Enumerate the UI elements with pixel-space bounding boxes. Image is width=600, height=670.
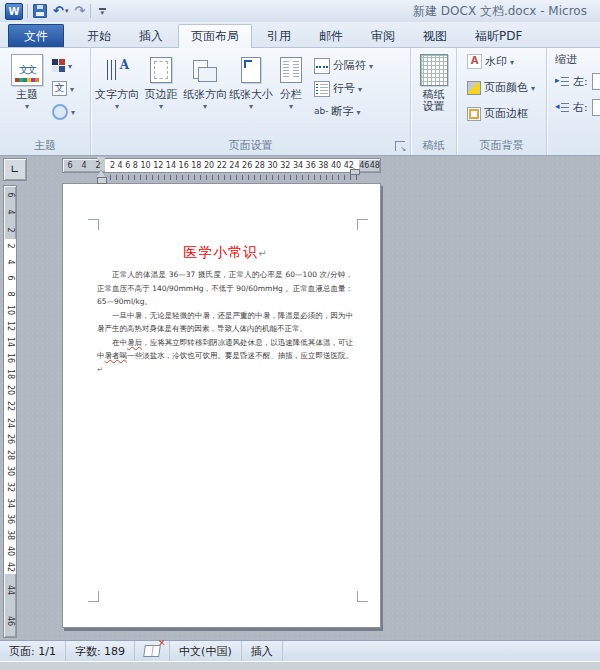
document-title[interactable]: 医学小常识↵: [96, 244, 354, 262]
ruler-number: 6: [67, 161, 72, 170]
ribbon-tab-4[interactable]: 引用: [254, 24, 304, 47]
ruler-number: 48: [370, 161, 380, 170]
status-word-count[interactable]: 字数: 189: [66, 641, 135, 661]
ruler-number: 4: [118, 161, 123, 170]
theme-effects-button[interactable]: [52, 102, 75, 121]
left-indent-marker[interactable]: [97, 177, 107, 184]
theme-colors-button[interactable]: [52, 56, 75, 75]
hruler-right-margin: 4648: [359, 159, 380, 172]
indent-label: 缩进: [555, 52, 600, 67]
indent-right-field[interactable]: [592, 99, 600, 116]
document-page[interactable]: 医学小常识↵ 正常人的体温是 36—37 摄氏度，正常人的心率是 60—100 …: [62, 183, 381, 628]
ruler-number: 4: [81, 161, 86, 170]
ruler-number: 6: [6, 276, 14, 281]
dropdown-arrow-icon: [71, 107, 75, 117]
page-color-button[interactable]: 页面颜色: [467, 78, 542, 97]
ribbon-tab-3[interactable]: 页面布局: [178, 24, 252, 48]
page-background-group: A 水印 页面颜色 页面边框 页面背景: [457, 48, 547, 155]
undo-button[interactable]: [52, 3, 69, 19]
undo-icon: [53, 4, 64, 18]
margins-icon: [150, 57, 172, 83]
dropdown-arrow-icon: [249, 101, 253, 111]
ruler-number: 30: [267, 161, 277, 170]
dropdown-arrow-icon: [68, 61, 72, 71]
ruler-number: 24: [229, 161, 239, 170]
indent-left-icon: [555, 76, 569, 87]
customize-quick-access-button[interactable]: [95, 3, 109, 19]
save-button[interactable]: [32, 3, 48, 19]
ruler-number: 36: [6, 514, 14, 524]
doc-paragraph-1[interactable]: 一旦中暑，无论是轻微的中暑，还是严重的中暑，降温是必须的，因为中暑产生的高热对身…: [97, 309, 353, 336]
tab-stop-selector[interactable]: ∟: [3, 158, 27, 181]
themes-icon: [11, 54, 43, 86]
themes-button[interactable]: 主题: [4, 52, 50, 121]
paper-size-button[interactable]: 纸张大小: [228, 52, 274, 121]
theme-effects-icon: [52, 104, 68, 120]
orientation-button[interactable]: 纸张方向: [182, 52, 228, 121]
status-proofing-button[interactable]: ✕: [135, 641, 170, 661]
redo-button[interactable]: [73, 3, 86, 19]
columns-button[interactable]: 分栏: [274, 52, 308, 121]
crop-mark-top-right-icon: [357, 219, 368, 230]
divider: [90, 4, 91, 18]
text-direction-button[interactable]: 文字方向: [94, 52, 140, 121]
line-numbers-button[interactable]: 行号: [314, 79, 373, 98]
page-borders-button[interactable]: 页面边框: [467, 104, 542, 123]
hyphenation-button[interactable]: ab- 断字: [314, 102, 373, 121]
ribbon: 主题 文 主: [0, 48, 600, 156]
right-indent-marker-base[interactable]: [350, 169, 360, 175]
horizontal-ruler[interactable]: 642 246810121416182022242628303234363840…: [62, 158, 381, 173]
breaks-icon: [314, 58, 330, 74]
margins-button[interactable]: 页边距: [140, 52, 182, 121]
ruler-number: 2: [110, 161, 115, 170]
paper-setup-button[interactable]: 稿纸 设置: [412, 52, 456, 113]
watermark-icon: A: [467, 54, 482, 69]
theme-fonts-button[interactable]: 文: [52, 79, 75, 98]
word-app-icon[interactable]: W: [5, 3, 23, 20]
ribbon-tab-7[interactable]: 视图: [410, 24, 460, 47]
ruler-number: 2: [6, 243, 14, 248]
ruler-number: 8: [6, 292, 14, 297]
indent-left-field[interactable]: [592, 73, 600, 90]
doc-paragraph-0[interactable]: 正常人的体温是 36—37 摄氏度，正常人的心率是 60—100 次/分钟，正常…: [97, 268, 353, 309]
customize-quick-access-icon: [96, 8, 108, 15]
ruler-number: 40: [331, 161, 341, 170]
ruler-number: 22: [217, 161, 227, 170]
ruler-number: 20: [6, 385, 14, 395]
hanging-indent-marker[interactable]: [96, 165, 106, 177]
ribbon-tab-2[interactable]: 插入: [126, 24, 176, 47]
ruler-number: 10: [140, 161, 150, 170]
ruler-number: 44: [6, 585, 14, 595]
theme-fonts-icon: 文: [52, 81, 67, 96]
status-language[interactable]: 中文(中国): [170, 641, 242, 661]
document-body[interactable]: 正常人的体温是 36—37 摄氏度，正常人的心率是 60—100 次/分钟，正常…: [97, 268, 353, 376]
watermark-button[interactable]: A 水印: [467, 52, 542, 71]
status-page-number[interactable]: 页面: 1/1: [0, 641, 66, 661]
ruler-number: 18: [191, 161, 201, 170]
ruler-number: 12: [6, 321, 14, 331]
ruler-number: 34: [293, 161, 303, 170]
crop-mark-bottom-left-icon: [88, 591, 99, 602]
indent-right-icon: [555, 102, 569, 113]
ribbon-tab-0[interactable]: 文件: [8, 24, 64, 47]
ribbon-tab-8[interactable]: 福昕PDF: [462, 24, 535, 47]
theme-colors-icon: [52, 59, 65, 72]
ribbon-tab-1[interactable]: 开始: [74, 24, 124, 47]
dropdown-arrow-icon: [70, 84, 74, 94]
dropdown-arrow-icon: [510, 57, 514, 67]
ribbon-tab-5[interactable]: 邮件: [306, 24, 356, 47]
crop-mark-bottom-right-icon: [357, 591, 368, 602]
dropdown-arrow-icon: [203, 101, 207, 111]
breaks-button[interactable]: 分隔符: [314, 56, 373, 75]
hruler-ticks: [104, 175, 360, 180]
text-direction-icon: [105, 58, 129, 82]
page-color-icon: [467, 81, 481, 95]
dialog-launcher-icon[interactable]: [395, 141, 405, 151]
vertical-ruler[interactable]: 642 246810121416182022242628303234363840…: [3, 185, 17, 638]
divider: [27, 4, 28, 18]
status-insert-mode[interactable]: 插入: [242, 641, 283, 661]
orientation-icon: [193, 58, 217, 82]
doc-paragraph-2[interactable]: 在中暑后，应将其立即转移到阴凉通风处休息，以迅速降低其体温，可让中暑者喝一些淡盐…: [97, 336, 353, 377]
window-title: 新建 DOCX 文档.docx - Micros: [413, 3, 587, 20]
ribbon-tab-6[interactable]: 审阅: [358, 24, 408, 47]
